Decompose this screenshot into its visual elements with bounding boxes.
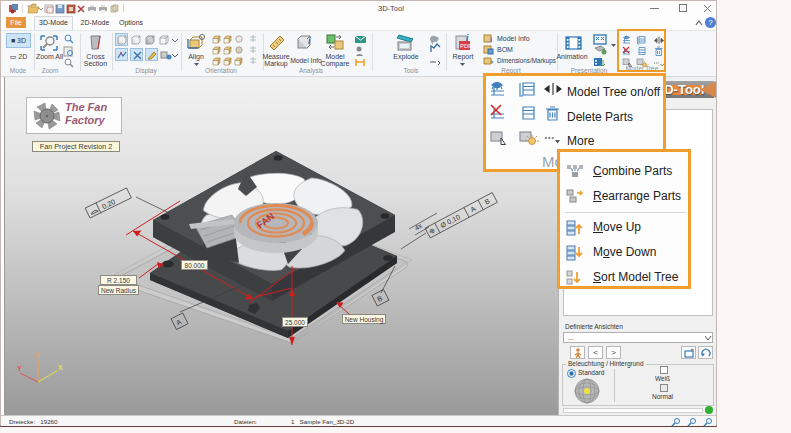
svg-text:PDF: PDF [460,43,472,49]
svg-text:X: X [58,364,63,371]
svg-text:i: i [490,36,492,43]
svg-text:i: i [308,36,311,46]
svg-text:Y: Y [17,365,22,372]
svg-text:Z: Z [35,352,40,359]
